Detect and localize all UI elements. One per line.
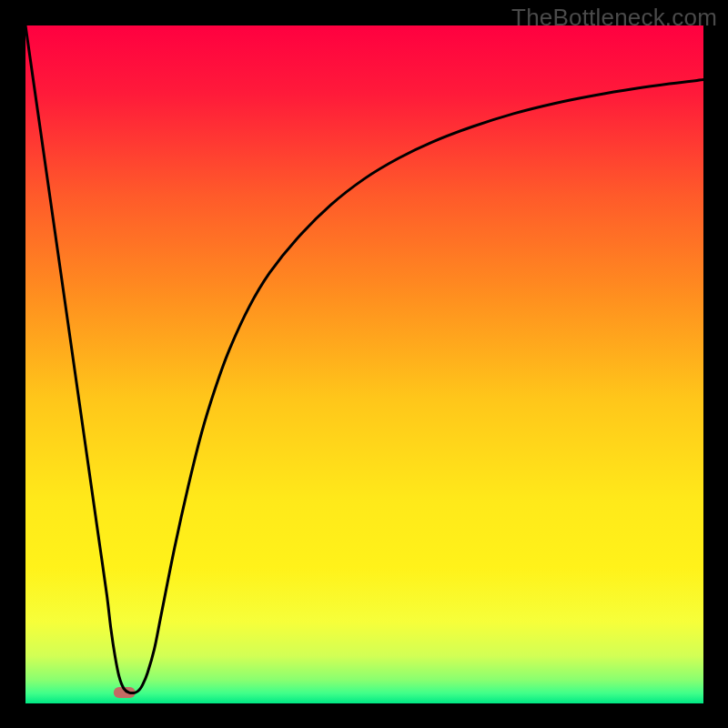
chart-background [25,25,703,703]
chart-plot-area [25,25,703,703]
app-root: TheBottleneck.com [0,0,728,728]
watermark-text: TheBottleneck.com [511,4,717,32]
chart-svg [25,25,703,703]
